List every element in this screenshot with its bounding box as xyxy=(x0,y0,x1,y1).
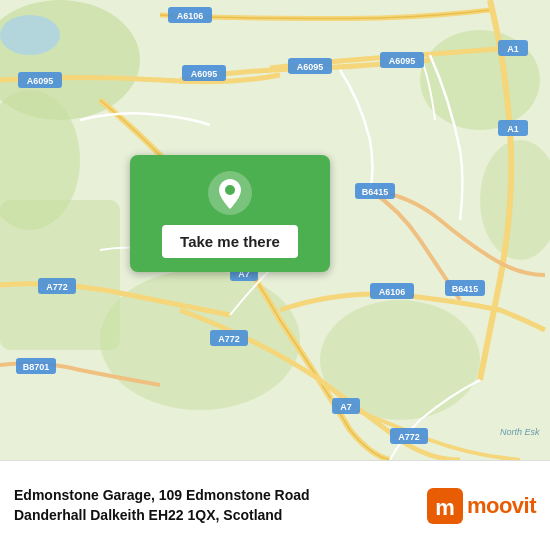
svg-text:A772: A772 xyxy=(398,432,420,442)
svg-point-45 xyxy=(225,185,235,195)
svg-text:B6415: B6415 xyxy=(362,187,389,197)
navigation-button-overlay: Take me there xyxy=(130,155,330,272)
location-pin-icon xyxy=(208,171,252,215)
svg-point-4 xyxy=(100,270,300,410)
svg-text:A7: A7 xyxy=(340,402,352,412)
svg-text:A1: A1 xyxy=(507,124,519,134)
address-line2: Danderhall Dalkeith EH22 1QX, Scotland xyxy=(14,506,415,526)
svg-text:A6095: A6095 xyxy=(389,56,416,66)
moovit-logo: m moovit xyxy=(427,488,536,524)
svg-point-8 xyxy=(0,15,60,55)
address-block: Edmonstone Garage, 109 Edmonstone Road D… xyxy=(14,486,415,525)
svg-text:A6095: A6095 xyxy=(297,62,324,72)
svg-text:A772: A772 xyxy=(218,334,240,344)
svg-text:A6095: A6095 xyxy=(191,69,218,79)
svg-text:m: m xyxy=(435,495,455,520)
svg-text:B6415: B6415 xyxy=(452,284,479,294)
map-container: A6106 A6095 A6095 A6095 A6095 A1 A1 A7 A… xyxy=(0,0,550,460)
svg-text:A6106: A6106 xyxy=(177,11,204,21)
svg-text:A772: A772 xyxy=(46,282,68,292)
take-me-there-button[interactable]: Take me there xyxy=(162,225,298,258)
svg-text:A6095: A6095 xyxy=(27,76,54,86)
moovit-brand-name: moovit xyxy=(467,493,536,519)
svg-text:North Esk: North Esk xyxy=(500,427,540,437)
moovit-icon: m xyxy=(427,488,463,524)
info-bar: Edmonstone Garage, 109 Edmonstone Road D… xyxy=(0,460,550,550)
svg-text:A1: A1 xyxy=(507,44,519,54)
address-line1: Edmonstone Garage, 109 Edmonstone Road xyxy=(14,486,415,506)
svg-text:B8701: B8701 xyxy=(23,362,50,372)
svg-text:A6106: A6106 xyxy=(379,287,406,297)
